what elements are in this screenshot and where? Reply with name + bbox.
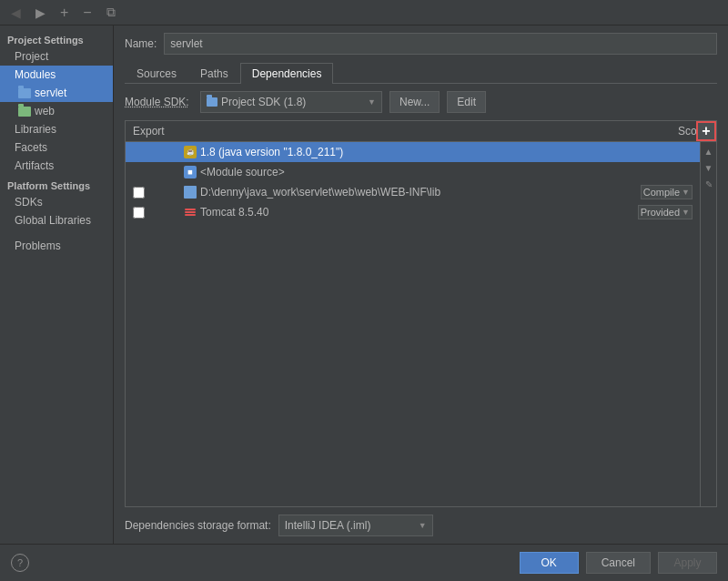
storage-format-value: IntelliJ IDEA (.iml) xyxy=(285,519,371,532)
content-panel: Name: Sources Paths Dependencies Module … xyxy=(114,25,728,544)
nav-back-button[interactable]: ◀ xyxy=(7,5,25,20)
row-checkbox[interactable] xyxy=(133,207,145,219)
sidebar: Project Settings Project Modules servlet… xyxy=(0,25,114,544)
sidebar-item-modules[interactable]: Modules xyxy=(0,66,113,84)
sidebar-item-artifacts[interactable]: Artifacts xyxy=(0,157,113,175)
svg-rect-2 xyxy=(185,214,196,216)
row-name: D:\denny\java_work\servlet\web\web\WEB-I… xyxy=(180,186,618,199)
sdk-new-button[interactable]: New... xyxy=(389,91,440,113)
sidebar-item-problems[interactable]: Problems xyxy=(0,237,113,255)
apply-button[interactable]: Apply xyxy=(658,552,717,574)
nav-forward-button[interactable]: ▶ xyxy=(32,5,49,20)
folder-icon-web xyxy=(18,107,31,117)
help-button[interactable]: ? xyxy=(11,554,29,572)
svg-rect-0 xyxy=(185,209,196,210)
table-header: Export Scope + xyxy=(126,121,716,142)
sdk-row: Module SDK: Project SDK (1.8) ▼ New... E… xyxy=(125,91,717,113)
platform-settings-section: Platform Settings xyxy=(0,175,113,193)
table-row[interactable]: ☕ 1.8 (java version "1.8.0_211") xyxy=(126,142,700,162)
sdk-edit-button[interactable]: Edit xyxy=(447,91,486,113)
name-label: Name: xyxy=(125,37,157,50)
right-actions: ▲ ▼ ✎ xyxy=(700,142,716,506)
main-layout: Project Settings Project Modules servlet… xyxy=(0,25,728,544)
scope-chevron-icon: ▼ xyxy=(682,188,690,197)
add-dependency-button[interactable]: + xyxy=(696,121,716,141)
row-scope: Compile ▼ xyxy=(618,185,700,199)
tabs: Sources Paths Dependencies xyxy=(125,62,717,84)
module-source-icon: ◼ xyxy=(184,166,197,178)
scope-chevron-icon: ▼ xyxy=(682,208,690,217)
sdk-dropdown[interactable]: Project SDK (1.8) ▼ xyxy=(200,91,382,113)
tab-dependencies[interactable]: Dependencies xyxy=(240,63,334,84)
tab-sources[interactable]: Sources xyxy=(125,63,188,84)
row-name: Tomcat 8.5.40 xyxy=(180,206,618,219)
storage-format-dropdown[interactable]: IntelliJ IDEA (.iml) ▼ xyxy=(278,515,433,536)
svg-rect-1 xyxy=(185,211,196,213)
sidebar-item-global-libraries[interactable]: Global Libraries xyxy=(0,211,113,229)
col-name-header xyxy=(180,123,634,139)
storage-format-label: Dependencies storage format: xyxy=(125,519,271,532)
table-row[interactable]: Tomcat 8.5.40 Provided ▼ xyxy=(126,202,700,222)
row-checkbox[interactable] xyxy=(133,187,145,199)
move-up-button[interactable]: ▲ xyxy=(702,144,716,158)
sidebar-item-facets[interactable]: Facets xyxy=(0,138,113,157)
ok-button[interactable]: OK xyxy=(520,552,579,574)
add-config-button[interactable]: + xyxy=(56,5,72,21)
name-row: Name: xyxy=(125,33,717,55)
folder-icon-servlet xyxy=(18,88,31,98)
sdk-folder-icon xyxy=(207,97,217,107)
table-row[interactable]: D:\denny\java_work\servlet\web\web\WEB-I… xyxy=(126,182,700,202)
scope-dropdown-provided[interactable]: Provided ▼ xyxy=(638,205,693,219)
table-body: ☕ 1.8 (java version "1.8.0_211") ◼ <Modu… xyxy=(126,142,700,506)
title-bar: ◀ ▶ + − ⧉ xyxy=(0,0,728,25)
sidebar-item-project[interactable]: Project xyxy=(0,47,113,66)
name-input[interactable] xyxy=(164,33,717,55)
sidebar-item-sdks[interactable]: SDKs xyxy=(0,193,113,211)
sdk-value: Project SDK (1.8) xyxy=(221,96,306,108)
edit-row-button[interactable]: ✎ xyxy=(702,177,716,191)
scope-dropdown-compile[interactable]: Compile ▼ xyxy=(641,185,693,199)
storage-chevron-icon: ▼ xyxy=(419,521,427,530)
sidebar-item-libraries[interactable]: Libraries xyxy=(0,120,113,138)
tree-item-web[interactable]: web xyxy=(0,102,113,120)
storage-row: Dependencies storage format: IntelliJ ID… xyxy=(125,515,717,536)
row-scope: Provided ▼ xyxy=(618,205,700,219)
col-export-header: Export xyxy=(126,123,180,139)
tomcat-icon xyxy=(184,206,197,219)
sdk-chevron-icon: ▼ xyxy=(368,97,376,107)
project-settings-section: Project Settings xyxy=(0,29,113,47)
tree-item-servlet[interactable]: servlet xyxy=(0,84,113,102)
cancel-button[interactable]: Cancel xyxy=(586,552,651,574)
row-name: ◼ <Module source> xyxy=(180,166,618,178)
row-checkbox-area[interactable] xyxy=(126,207,180,219)
move-down-button[interactable]: ▼ xyxy=(702,160,716,175)
table-body-wrapper: ☕ 1.8 (java version "1.8.0_211") ◼ <Modu… xyxy=(126,142,716,506)
jdk-icon: ☕ xyxy=(184,146,197,158)
lib-folder-icon xyxy=(184,186,197,199)
copy-config-button[interactable]: ⧉ xyxy=(103,5,119,20)
bottom-bar: ? OK Cancel Apply xyxy=(0,544,728,581)
module-sdk-label: Module SDK: xyxy=(125,96,193,108)
row-checkbox-area[interactable] xyxy=(126,187,180,199)
row-name: ☕ 1.8 (java version "1.8.0_211") xyxy=(180,146,618,158)
remove-config-button[interactable]: − xyxy=(79,5,95,21)
table-row[interactable]: ◼ <Module source> xyxy=(126,162,700,182)
tab-paths[interactable]: Paths xyxy=(188,63,240,84)
dependencies-table: Export Scope + ☕ 1.8 (java version "1.8.… xyxy=(125,120,717,507)
